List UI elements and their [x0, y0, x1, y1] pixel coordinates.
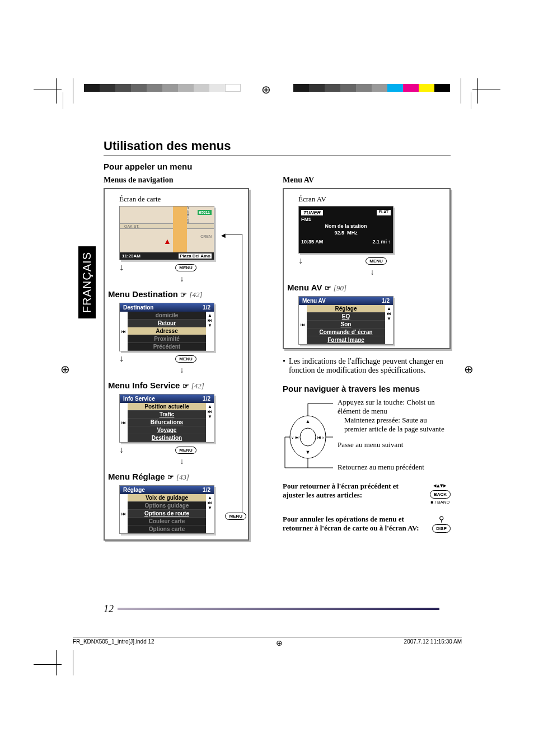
cmyk-bars-right: [293, 84, 450, 92]
search-icon: ⚲: [439, 515, 444, 523]
page-content: Utilisation des menus Pour appeler un me…: [104, 139, 451, 541]
language-tab: FRANÇAIS: [78, 246, 96, 318]
dpad-icon: ▲ ▼ ∨ ⏮ ⏭ ∧: [283, 398, 333, 471]
menu-button-3[interactable]: MENU: [175, 447, 196, 454]
section-subtitle: Pour appeler un menu: [104, 162, 451, 171]
svg-text:∨ ⏮: ∨ ⏮: [291, 435, 299, 440]
av-screen-label: Écran AV: [298, 195, 446, 204]
av-menu-title: Menu AV: [287, 283, 322, 292]
av-menu-label: Menu AV: [283, 176, 451, 185]
dpad-down-text: Retournez au menu précédent: [338, 463, 451, 472]
menu-button-av[interactable]: MENU: [366, 257, 387, 265]
info-menu-mock: Info Service1/2 ⏮ Position actuelle Traf…: [119, 394, 214, 443]
back-text: Pour retourner à l'écran précédent et aj…: [283, 482, 419, 500]
page-title: Utilisation des menus: [104, 139, 451, 156]
registration-mark-top: ⊕: [261, 83, 271, 96]
footer-rule: [118, 608, 439, 610]
gray-bars-left: [84, 84, 241, 92]
svg-text:⏭ ∧: ⏭ ∧: [317, 435, 325, 440]
svg-text:▼: ▼: [306, 449, 311, 455]
arrows-icon: ◂▴▾▸: [433, 482, 447, 489]
disp-button[interactable]: DISP: [432, 524, 451, 533]
dpad-up-text: Appuyez sur la touche: Choist un élément…: [338, 398, 451, 416]
menu-button-side[interactable]: MENU: [225, 513, 246, 520]
crop-marks-bottom: [0, 650, 534, 673]
back-sub-label: ■ / BAND: [431, 500, 450, 505]
note-text: •Les indications de l'affichage peuvent …: [283, 357, 451, 375]
reglage-menu-mock: Réglage1/2 ⏮ Voix de guidage Options gui…: [119, 485, 214, 534]
back-button[interactable]: BACK: [430, 490, 451, 499]
dpad-right-text: Passe au menu suivant: [338, 440, 451, 449]
reglage-menu-title: Menu Réglage: [108, 472, 165, 481]
menu-button[interactable]: MENU: [175, 264, 196, 271]
page-number: 12: [104, 603, 114, 615]
svg-text:▲: ▲: [306, 419, 311, 424]
map-screen-mock: OAK ST. CREN PACIFIC AVE 65011 ▲ 11:23AM…: [119, 206, 214, 260]
dest-menu-title: Menu Destination: [108, 289, 178, 299]
nav-heading: Pour naviguer à travers les menus: [283, 384, 451, 393]
av-screen-mock: TUNERFLAT FM1 Nom de la station 92.5 MHz…: [298, 206, 394, 253]
footer-info: FR_KDNX505_1_intro[J].indd 12 ⊕ 2007.7.1…: [73, 637, 462, 647]
svg-point-1: [300, 428, 316, 446]
info-menu-title: Menu Info Service: [108, 381, 180, 390]
registration-mark-left: ⊕: [60, 363, 70, 376]
cancel-text: Pour annuler les opérations de menu et r…: [283, 515, 421, 533]
av-menu-mock: Menu AV1/2 ⏮ Réglage EQ Son Commande d' …: [298, 296, 394, 345]
nav-menus-label: Menus de navigation: [104, 176, 249, 185]
dpad-hold-text: Maintenez pressée: Saute au premier arti…: [338, 416, 451, 434]
registration-mark-right: ⊕: [464, 363, 474, 376]
map-screen-label: Écran de carte: [119, 195, 245, 204]
destination-menu-mock: Destination1/2 ⏮ domicile Retour Adresse…: [119, 303, 214, 351]
menu-button-2[interactable]: MENU: [175, 355, 196, 363]
